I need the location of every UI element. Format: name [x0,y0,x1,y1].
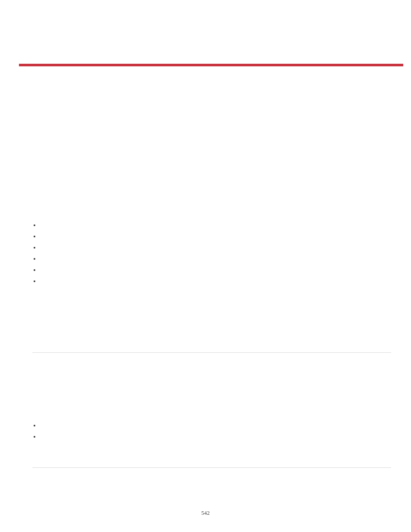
list-item [32,242,391,253]
list-item [32,431,391,442]
list-item [32,231,391,242]
document-page: 542 [0,0,411,532]
list-item [32,264,391,276]
section-divider [32,467,391,468]
bullet-list-secondary [32,420,391,442]
list-item [32,220,391,231]
page-number: 542 [0,510,411,516]
page-content [32,220,391,468]
list-item [32,420,391,431]
top-red-rule [19,64,403,66]
bullet-list-primary [32,220,391,287]
list-item [32,276,391,287]
list-item [32,253,391,264]
section-divider [32,352,391,353]
